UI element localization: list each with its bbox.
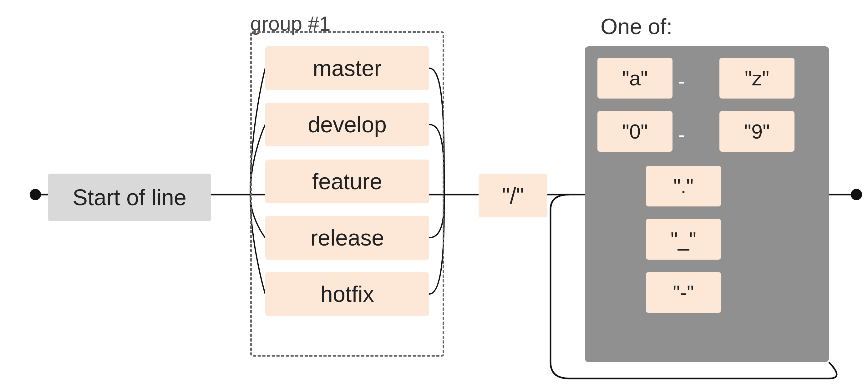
- diagram-container: Start of line group #1 master develop fe…: [0, 0, 868, 391]
- branch-develop-label: develop: [308, 112, 386, 137]
- char-z: "z": [719, 58, 795, 98]
- char-9: "9": [719, 111, 795, 152]
- branch-release-label: release: [310, 225, 384, 250]
- branch-master: master: [265, 46, 429, 90]
- slash-label: "/": [502, 183, 524, 208]
- branch-feature: feature: [265, 159, 429, 203]
- branch-develop: develop: [265, 102, 429, 146]
- branch-feature-label: feature: [312, 169, 382, 194]
- char-0: "0": [597, 111, 673, 152]
- terminal-dot-left: [30, 189, 41, 200]
- dash-between-0-9: -: [678, 123, 685, 146]
- branch-hotfix-label: hotfix: [320, 281, 374, 307]
- char-hyphen: "-": [646, 272, 721, 313]
- char-a: "a": [597, 58, 673, 98]
- start-of-line-box: Start of line: [48, 174, 211, 221]
- dash-between-a-z: -: [678, 69, 685, 93]
- branch-hotfix: hotfix: [265, 272, 429, 316]
- char-underscore: "_": [646, 219, 721, 260]
- branch-release: release: [265, 216, 429, 260]
- branch-master-label: master: [313, 55, 382, 81]
- one-of-label: One of:: [600, 14, 673, 39]
- slash-box: "/": [478, 174, 548, 217]
- char-dot: ".": [646, 166, 721, 206]
- terminal-dot-right: [851, 189, 862, 200]
- start-of-line-label: Start of line: [72, 185, 186, 210]
